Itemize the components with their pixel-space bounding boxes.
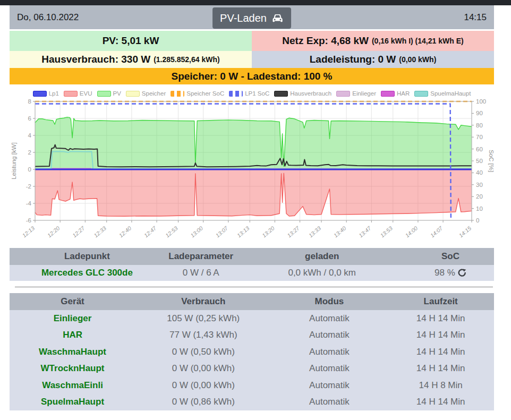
column-header: Ladepunkt: [10, 248, 165, 265]
device-mode: Automatik: [271, 361, 387, 378]
svg-text:6: 6: [28, 115, 31, 122]
soc-value-cell: 98 %: [407, 265, 494, 281]
device-runtime: 14 H 14 Min: [387, 361, 494, 378]
device-row: WTrocknHaupt0 W (0,00 kWh)Automatik14 H …: [10, 361, 494, 378]
chart-section: Lp1EVUPVSpeicherSpeicher SoCLP1 SoCHausv…: [10, 89, 494, 243]
chart-legend: Lp1EVUPVSpeicherSpeicher SoCLP1 SoCHausv…: [10, 89, 494, 98]
legend-item-har: HAR: [381, 90, 410, 97]
refresh-soc-icon[interactable]: [458, 269, 466, 277]
svg-text:100: 100: [476, 98, 486, 105]
device-runtime: 14 H 14 Min: [387, 327, 494, 344]
devices-table-header: GerätVerbrauchModusLaufzeit: [10, 293, 494, 310]
legend-label: LP1 SoC: [245, 90, 269, 97]
svg-text:0: 0: [28, 166, 31, 173]
device-consumption: 0 W (0,00 kWh): [135, 361, 271, 378]
chargepoint-table: LadepunktLadeparametergeladenSoC Mercede…: [10, 248, 494, 281]
svg-text:13:27: 13:27: [286, 225, 301, 239]
legend-swatch: [64, 91, 78, 97]
table-divider: [15, 287, 493, 287]
device-name: WaschmaEinli: [10, 377, 135, 394]
svg-text:-2: -2: [26, 183, 31, 190]
legend-swatch: [414, 91, 428, 97]
status-house-consumption: Hausverbrauch: 330 W (1.285.852,64 kWh): [10, 51, 252, 68]
column-header: geladen: [237, 248, 407, 265]
column-header: Ladeparameter: [165, 248, 237, 265]
y-axis-label-right: SoC [%]: [488, 150, 494, 172]
device-name: WTrocknHaupt: [10, 361, 135, 378]
legend-label: EVU: [80, 90, 92, 97]
svg-text:12:47: 12:47: [143, 225, 158, 239]
device-name: WaschmaHaupt: [10, 344, 135, 361]
status-grid-export: Netz Exp: 4,68 kW (0,16 kWh I) (14,21 kW…: [252, 31, 494, 51]
y-axis-label-left: Leistung [kW]: [11, 142, 17, 179]
svg-text:12:33: 12:33: [92, 225, 107, 238]
svg-text:13:40: 13:40: [333, 225, 347, 238]
charge-mode-button[interactable]: PV-Laden: [212, 7, 291, 29]
legend-item-evu: EVU: [64, 90, 92, 97]
legend-swatch: [229, 91, 243, 97]
svg-text:2: 2: [28, 149, 31, 156]
legend-swatch: [381, 91, 395, 97]
power-soc-chart[interactable]: 86420-2-4-6100908070605040302010012:1312…: [10, 98, 494, 241]
svg-text:12:40: 12:40: [117, 225, 132, 238]
legend-item-hausverbrauch: Hausverbrauch: [274, 90, 331, 97]
device-row: WaschmaEinli0 W (0,00 kWh)Automatik14 H …: [10, 377, 494, 394]
device-name: Einlieger: [10, 310, 135, 327]
legend-swatch: [274, 91, 288, 97]
svg-text:20: 20: [476, 193, 483, 200]
device-runtime: 14 H 14 Min: [387, 394, 494, 411]
legend-label: HAR: [397, 90, 410, 97]
legend-swatch: [33, 91, 47, 97]
column-header: Gerät: [10, 293, 135, 310]
svg-text:30: 30: [476, 182, 483, 188]
svg-text:40: 40: [476, 169, 483, 176]
legend-label: SpuelmaHaupt: [430, 90, 471, 97]
svg-text:-4: -4: [26, 200, 32, 207]
legend-label: Lp1: [49, 90, 59, 97]
svg-text:10: 10: [476, 205, 483, 212]
device-mode: Automatik: [271, 310, 387, 327]
devices-table: GerätVerbrauchModusLaufzeit Einlieger105…: [10, 293, 494, 410]
device-runtime: 14 H 8 Min: [387, 377, 494, 394]
legend-item-speicher: Speicher: [126, 90, 166, 97]
charge-parameters: 0 W / 6 A: [165, 265, 237, 281]
svg-text:14:15: 14:15: [457, 225, 472, 238]
svg-text:90: 90: [476, 110, 483, 116]
svg-text:13:20: 13:20: [261, 225, 276, 238]
svg-text:13:33: 13:33: [307, 225, 322, 238]
svg-text:12:27: 12:27: [71, 225, 87, 239]
svg-text:14:07: 14:07: [429, 225, 445, 239]
charge-mode-label: PV-Laden: [220, 12, 267, 24]
svg-text:4: 4: [28, 132, 32, 139]
legend-label: Hausverbrauch: [290, 90, 331, 97]
svg-text:13:47: 13:47: [357, 225, 373, 239]
legend-swatch: [171, 91, 184, 97]
svg-text:13:53: 13:53: [379, 225, 394, 238]
device-consumption: 0 W (0,00 kWh): [135, 377, 271, 394]
svg-text:14:00: 14:00: [404, 225, 419, 238]
svg-text:12:53: 12:53: [164, 225, 179, 238]
device-consumption: 0 W (0,50 kWh): [135, 344, 271, 361]
device-mode: Automatik: [271, 327, 387, 344]
device-row: SpuelmaHaupt0 W (0,86 kWh)Automatik14 H …: [10, 394, 494, 411]
legend-label: Speicher SoC: [186, 90, 224, 97]
device-consumption: 77 W (1,43 kWh): [135, 327, 271, 344]
device-name: HAR: [10, 327, 135, 344]
legend-swatch: [97, 91, 111, 97]
device-mode: Automatik: [271, 377, 387, 394]
chargepoint-name: Mercedes GLC 300de: [10, 265, 165, 281]
device-row: Einlieger105 W (0,25 kWh)Automatik14 H 1…: [10, 310, 494, 327]
chargepoint-row: Mercedes GLC 300de0 W / 6 A0,0 kWh / 0,0…: [10, 265, 494, 281]
chargepoint-table-header: LadepunktLadeparametergeladenSoC: [10, 248, 494, 265]
legend-item-einlieger: Einlieger: [336, 90, 376, 97]
device-runtime: 14 H 14 Min: [387, 344, 494, 361]
device-row: WaschmaHaupt0 W (0,50 kWh)Automatik14 H …: [10, 344, 494, 361]
svg-text:13:13: 13:13: [236, 225, 251, 238]
legend-item-pv: PV: [97, 90, 121, 97]
main-page: Do, 06.10.2022 PV-Laden 14:15 PV: 5,01 k…: [10, 5, 494, 410]
svg-text:80: 80: [476, 122, 483, 128]
svg-text:8: 8: [28, 98, 31, 105]
svg-text:12:13: 12:13: [21, 225, 36, 238]
status-battery: Speicher: 0 W - Ladestand: 100 %: [10, 68, 494, 84]
legend-swatch: [126, 91, 140, 97]
